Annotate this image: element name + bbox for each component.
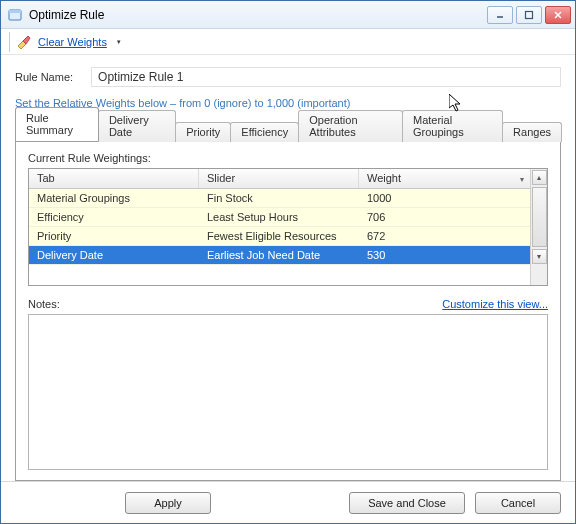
rule-name-input[interactable] (91, 67, 561, 87)
weightings-grid: Tab Slider Weight▾ Material Groupings Fi… (28, 168, 548, 286)
tab-panel-rule-summary: Current Rule Weightings: Tab Slider Weig… (15, 141, 561, 481)
table-row[interactable]: Priority Fewest Eligible Resources 672 (29, 227, 530, 246)
column-header-weight-label: Weight (367, 172, 401, 184)
cancel-button[interactable]: Cancel (475, 492, 561, 514)
column-header-weight[interactable]: Weight▾ (359, 169, 530, 188)
tab-ranges[interactable]: Ranges (502, 122, 562, 142)
tab-efficiency[interactable]: Efficiency (230, 122, 299, 142)
save-and-close-button[interactable]: Save and Close (349, 492, 465, 514)
table-row[interactable]: Material Groupings Fin Stock 1000 (29, 189, 530, 208)
scroll-up-icon[interactable]: ▴ (532, 170, 547, 185)
grid-inner: Tab Slider Weight▾ Material Groupings Fi… (29, 169, 530, 285)
maximize-button[interactable] (516, 6, 542, 24)
tab-strip: Rule Summary Delivery Date Priority Effi… (15, 117, 561, 141)
rule-name-label: Rule Name: (15, 71, 73, 83)
cell-tab: Priority (29, 228, 199, 244)
tab-priority[interactable]: Priority (175, 122, 231, 142)
cell-slider: Fewest Eligible Resources (199, 228, 359, 244)
cell-slider: Earliest Job Need Date (199, 247, 359, 263)
cell-weight: 1000 (359, 190, 530, 206)
minimize-button[interactable] (487, 6, 513, 24)
content-area: Rule Name: Set the Relative Weights belo… (1, 55, 575, 481)
column-header-tab[interactable]: Tab (29, 169, 199, 188)
scroll-thumb[interactable] (532, 187, 547, 247)
optimize-rule-window: Optimize Rule Clear Weights ▾ Rule Name:… (0, 0, 576, 524)
clear-weights-icon (16, 34, 32, 50)
cell-weight: 530 (359, 247, 530, 263)
cell-weight: 672 (359, 228, 530, 244)
grid-title: Current Rule Weightings: (28, 152, 548, 164)
notes-label: Notes: (28, 298, 60, 310)
cell-weight: 706 (359, 209, 530, 225)
dialog-button-bar: Apply Save and Close Cancel (1, 481, 575, 523)
window-title: Optimize Rule (29, 8, 487, 22)
clear-weights-dropdown-icon[interactable]: ▾ (117, 38, 121, 46)
cell-tab: Material Groupings (29, 190, 199, 206)
cell-slider: Least Setup Hours (199, 209, 359, 225)
scroll-down-icon[interactable]: ▾ (532, 249, 547, 264)
grid-header: Tab Slider Weight▾ (29, 169, 530, 189)
table-row[interactable]: Delivery Date Earliest Job Need Date 530 (29, 246, 530, 265)
table-row[interactable]: Efficiency Least Setup Hours 706 (29, 208, 530, 227)
column-header-slider[interactable]: Slider (199, 169, 359, 188)
tab-material-groupings[interactable]: Material Groupings (402, 110, 503, 142)
titlebar: Optimize Rule (1, 1, 575, 29)
svg-rect-3 (526, 11, 533, 18)
tab-rule-summary[interactable]: Rule Summary (15, 107, 99, 141)
cell-tab: Efficiency (29, 209, 199, 225)
cell-slider: Fin Stock (199, 190, 359, 206)
clear-weights-button[interactable]: Clear Weights (38, 36, 107, 48)
close-button[interactable] (545, 6, 571, 24)
customize-view-link[interactable]: Customize this view... (442, 298, 548, 310)
toolbar-divider (9, 32, 10, 52)
toolbar: Clear Weights ▾ (1, 29, 575, 55)
cell-tab: Delivery Date (29, 247, 199, 263)
tab-delivery-date[interactable]: Delivery Date (98, 110, 176, 142)
apply-button[interactable]: Apply (125, 492, 211, 514)
rule-name-row: Rule Name: (15, 67, 561, 87)
grid-scrollbar[interactable]: ▴ ▾ (530, 169, 547, 285)
notes-textarea[interactable] (28, 314, 548, 470)
tab-operation-attributes[interactable]: Operation Attributes (298, 110, 403, 142)
grid-body: Material Groupings Fin Stock 1000 Effici… (29, 189, 530, 285)
svg-rect-1 (9, 10, 21, 13)
sort-arrow-icon: ▾ (520, 175, 524, 184)
notes-row: Notes: Customize this view... (28, 298, 548, 310)
window-buttons (487, 6, 571, 24)
app-icon (7, 7, 23, 23)
